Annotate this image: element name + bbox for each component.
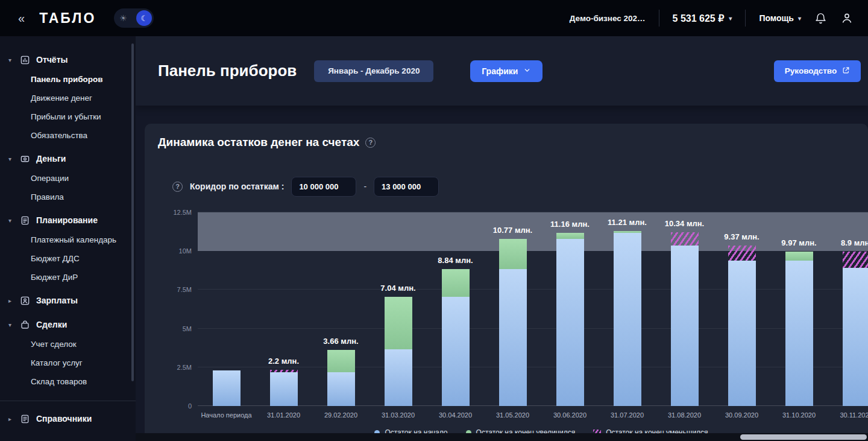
sidebar-item-cash-flow[interactable]: Движение денег	[0, 89, 136, 107]
help-label: Помощь	[759, 13, 794, 23]
sidebar-section-label: Справочники	[36, 414, 92, 424]
chevron-right-icon: ▸	[8, 416, 14, 422]
sidebar-item-budget-dir[interactable]: Бюджет ДиР	[0, 268, 136, 287]
help-circle-icon[interactable]: ?	[172, 182, 183, 192]
money-icon	[20, 153, 31, 164]
sidebar-scrollbar[interactable]	[131, 43, 134, 381]
x-axis-label: 30.04.2020	[427, 411, 484, 419]
x-axis-label: 31.01.2020	[255, 411, 312, 419]
bar-value-label: 10.34 млн.	[646, 219, 724, 228]
sidebar-section-label: Деньги	[36, 154, 66, 163]
chart-bar-group[interactable]: 7.04 млн.	[370, 212, 427, 406]
topbar-divider	[659, 10, 659, 27]
chevron-right-icon: ▸	[8, 297, 14, 304]
bar-decrease-segment	[671, 232, 699, 246]
sidebar-nav: ▾ОтчётыПанель приборовДвижение денегПриб…	[0, 49, 136, 429]
chart-bar-group[interactable]: 8.9 млн.	[828, 212, 868, 406]
chart-bar-group[interactable]: 11.21 млн.	[599, 212, 656, 406]
chevron-down-icon: ▾	[8, 57, 14, 63]
bar-increase-segment	[499, 239, 527, 269]
sidebar-section-reports[interactable]: ▾Отчёты	[0, 49, 136, 70]
chart-bar-group[interactable]: 2.2 млн.	[255, 212, 312, 406]
chart-bar-group[interactable]: 3.66 млн.	[312, 212, 370, 406]
sidebar-item-liabilities[interactable]: Обязательства	[0, 126, 136, 145]
y-axis-label: 7.5M	[177, 286, 192, 293]
sidebar-section-deals[interactable]: ▾Сделки	[0, 314, 136, 335]
chart-bar-group[interactable]	[198, 212, 255, 406]
bar-decrease-segment	[270, 370, 298, 372]
bar-decrease-segment	[843, 252, 868, 268]
bar-decrease-segment	[728, 246, 756, 261]
sidebar-section-money[interactable]: ▾Деньги	[0, 148, 136, 169]
corridor-label: Коридор по остаткам :	[190, 182, 284, 191]
chart-plot: 2.2 млн.3.66 млн.7.04 млн.8.84 млн.10.77…	[198, 212, 868, 406]
sidebar-item-operations[interactable]: Операции	[0, 169, 136, 188]
sidebar-section-directories[interactable]: ▸Справочники	[0, 408, 136, 429]
chart-bar-group[interactable]: 11.16 млн.	[541, 212, 599, 406]
sidebar: ▾ОтчётыПанель приборовДвижение денегПриб…	[0, 36, 136, 441]
help-circle-icon[interactable]: ?	[365, 138, 376, 148]
card-title: Динамика остатков денег на счетах	[158, 136, 359, 149]
period-selector-button[interactable]: Январь - Декабрь 2020	[314, 60, 433, 82]
company-name[interactable]: Демо-бизнес 202…	[570, 14, 646, 23]
sidebar-item-services-catalog[interactable]: Каталог услуг	[0, 354, 136, 372]
bar-start-segment	[499, 269, 527, 406]
bell-icon	[814, 12, 827, 25]
sidebar-item-goods-warehouse[interactable]: Склад товаров	[0, 372, 136, 391]
chevron-down-icon: ▾	[8, 156, 14, 162]
sidebar-item-profit-loss[interactable]: Прибыли и убытки	[0, 107, 136, 126]
chevron-down-icon: ▾	[729, 15, 732, 22]
sidebar-collapse-button[interactable]: «	[14, 9, 28, 28]
bar-start-segment	[213, 370, 241, 406]
theme-toggle[interactable]: ☀ ☾	[114, 8, 154, 28]
y-axis-label: 12.5M	[173, 209, 192, 216]
app-window: « ТАБЛО ☀ ☾ Демо-бизнес 202… 5 531 625 ₽…	[0, 0, 868, 441]
charts-dropdown-button[interactable]: Графики	[470, 60, 542, 82]
chart-bar-group[interactable]: 10.77 млн.	[484, 212, 541, 406]
page-header: Панель приборов Январь - Декабрь 2020 Гр…	[136, 36, 868, 106]
sidebar-section-label: Зарплаты	[36, 296, 78, 305]
bar-start-segment	[728, 261, 756, 406]
external-link-icon	[842, 66, 850, 76]
sidebar-section-label: Отчёты	[36, 55, 68, 65]
y-axis-label: 5M	[183, 325, 192, 332]
chart-bar-group[interactable]: 8.84 млн.	[427, 212, 484, 406]
bar-value-label: 2.2 млн.	[245, 357, 323, 366]
balance-dropdown[interactable]: 5 531 625 ₽ ▾	[673, 13, 732, 24]
bar-start-segment	[556, 239, 584, 406]
corridor-max-input[interactable]	[374, 177, 439, 197]
main-content: Панель приборов Январь - Декабрь 2020 Гр…	[136, 36, 868, 441]
bar-increase-segment	[442, 269, 470, 297]
bar-value-label: 3.66 млн.	[302, 337, 380, 346]
bar-value-label: 8.84 млн.	[417, 256, 495, 265]
dark-theme-icon[interactable]: ☾	[136, 10, 152, 26]
x-axis-label: 30.11.2020	[828, 411, 868, 419]
chart-bar-group[interactable]: 10.34 млн.	[656, 212, 713, 406]
horizontal-scrollbar-thumb[interactable]	[740, 434, 867, 440]
bar-start-segment	[614, 233, 641, 406]
sidebar-item-deals-accounting[interactable]: Учет сделок	[0, 335, 136, 354]
sidebar-item-budget-dds[interactable]: Бюджет ДДС	[0, 249, 136, 268]
bar-start-segment	[327, 372, 355, 406]
sidebar-item-payment-calendar[interactable]: Платежный календарь	[0, 230, 136, 249]
x-axis-label: 30.06.2020	[541, 411, 599, 419]
sidebar-item-dashboard[interactable]: Панель приборов	[0, 70, 136, 89]
chevron-down-icon: ▾	[8, 322, 14, 328]
light-theme-icon[interactable]: ☀	[119, 13, 127, 23]
x-axis-label: 31.08.2020	[656, 411, 713, 419]
notifications-button[interactable]	[814, 12, 827, 25]
help-menu[interactable]: Помощь ▾	[759, 13, 801, 23]
topbar: « ТАБЛО ☀ ☾ Демо-бизнес 202… 5 531 625 ₽…	[0, 0, 868, 36]
sidebar-item-rules[interactable]: Правила	[0, 188, 136, 206]
sidebar-section-planning[interactable]: ▾Планирование	[0, 210, 136, 230]
sidebar-section-salaries[interactable]: ▸Зарплаты	[0, 290, 136, 311]
horizontal-scrollbar-track[interactable]	[136, 433, 868, 441]
corridor-dash: -	[363, 182, 366, 191]
x-axis-label: 30.09.2020	[713, 411, 770, 419]
user-profile-button[interactable]	[840, 11, 854, 25]
y-axis-label: 10M	[179, 247, 192, 255]
guide-button[interactable]: Руководство	[774, 60, 861, 82]
bar-start-segment	[671, 246, 699, 406]
corridor-min-input[interactable]	[291, 177, 356, 197]
bar-increase-segment	[614, 231, 641, 233]
